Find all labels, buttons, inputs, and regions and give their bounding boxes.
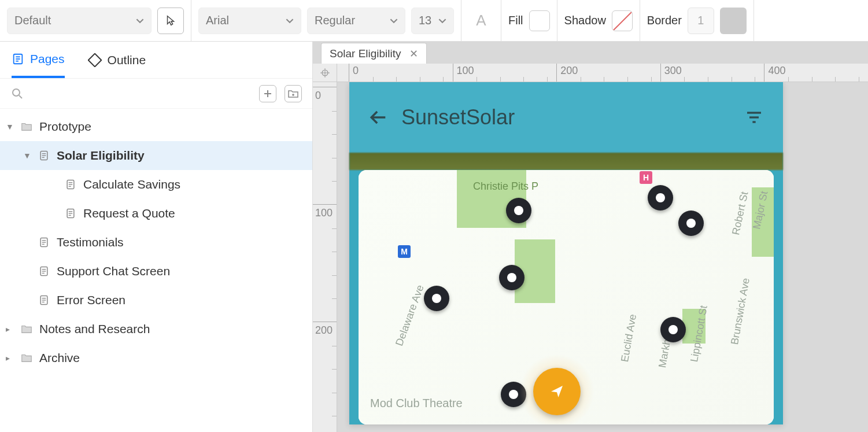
map-pin[interactable] bbox=[678, 211, 704, 236]
chevron-down-icon bbox=[390, 17, 398, 25]
svg-point-5 bbox=[13, 89, 20, 96]
page-icon bbox=[37, 235, 51, 249]
text-color-button[interactable]: A bbox=[468, 8, 494, 34]
ruler-vertical[interactable]: 0100200 bbox=[313, 82, 337, 432]
shadow-label: Shadow bbox=[564, 14, 606, 27]
main-area: Pages Outline ▼Prototype▼Solar Eligibili… bbox=[0, 42, 868, 432]
ruler-tick-label: 100 bbox=[315, 207, 333, 219]
crosshair-icon bbox=[320, 68, 330, 77]
document-tab-strip: Solar Eligibility ✕ bbox=[313, 42, 868, 64]
page-icon bbox=[64, 178, 77, 191]
tree-item-label: Support Chat Screen bbox=[57, 264, 170, 278]
fill-group: Fill bbox=[501, 0, 557, 41]
typography-group: Arial Regular 13 bbox=[191, 0, 461, 41]
font-family-select[interactable]: Arial bbox=[198, 8, 301, 34]
tree-item-label: Testimonials bbox=[57, 235, 124, 249]
border-group: Border 1 bbox=[640, 0, 754, 41]
add-folder-button[interactable] bbox=[285, 85, 302, 102]
font-size-select[interactable]: 13 bbox=[411, 8, 454, 34]
tree-item-request-quote[interactable]: Request a Quote bbox=[0, 199, 312, 228]
add-page-button[interactable] bbox=[259, 85, 276, 102]
tree-item-notes[interactable]: ▸Notes and Research bbox=[0, 315, 312, 344]
map-pin[interactable] bbox=[648, 185, 673, 211]
tree-toggle-icon[interactable]: ▼ bbox=[23, 151, 31, 160]
map-poi-label: Mod Club Theatre bbox=[370, 397, 463, 410]
top-toolbar: Default Arial Regular 13 A Fill Shadow bbox=[0, 0, 868, 42]
chevron-down-icon bbox=[136, 17, 144, 25]
ruler-tick-label: 300 bbox=[664, 65, 682, 77]
folder-icon bbox=[20, 120, 34, 134]
current-location-button[interactable] bbox=[533, 368, 581, 415]
tree-item-prototype[interactable]: ▼Prototype bbox=[0, 112, 312, 141]
border-color-swatch[interactable] bbox=[720, 8, 747, 34]
filter-icon[interactable] bbox=[745, 108, 763, 127]
map-park-label: Christie Pits P bbox=[473, 180, 538, 193]
fill-swatch[interactable] bbox=[529, 10, 550, 31]
document-tab-label: Solar Eligibility bbox=[330, 47, 401, 60]
artboard-solar-eligibility[interactable]: SunsetSolar Christie Pits P Delaware Ave bbox=[349, 82, 783, 424]
tab-pages-label: Pages bbox=[30, 52, 65, 66]
shadow-swatch-none[interactable] bbox=[612, 10, 633, 31]
tree-item-calculate-savings[interactable]: Calculate Savings bbox=[0, 170, 312, 199]
canvas-viewport[interactable]: SunsetSolar Christie Pits P Delaware Ave bbox=[337, 82, 868, 432]
tree-toggle-icon[interactable]: ▼ bbox=[6, 122, 14, 131]
metro-icon: M bbox=[398, 245, 411, 258]
hero-background-strip bbox=[349, 153, 783, 170]
tree-toggle-icon[interactable]: ▸ bbox=[6, 324, 14, 334]
tree-item-label: Prototype bbox=[39, 120, 91, 134]
tab-outline[interactable]: Outline bbox=[88, 42, 146, 78]
plus-icon bbox=[263, 89, 272, 98]
tree-item-support-chat[interactable]: Support Chat Screen bbox=[0, 257, 312, 286]
panel-tabs: Pages Outline bbox=[0, 42, 312, 79]
chevron-down-icon bbox=[438, 17, 446, 25]
close-tab-icon[interactable]: ✕ bbox=[409, 47, 418, 60]
app-title: SunsetSolar bbox=[401, 105, 515, 130]
tab-pages[interactable]: Pages bbox=[12, 42, 65, 78]
border-label: Border bbox=[647, 14, 682, 27]
tree-item-archive[interactable]: ▸Archive bbox=[0, 344, 312, 372]
left-panel: Pages Outline ▼Prototype▼Solar Eligibili… bbox=[0, 42, 313, 432]
text-color-group: A bbox=[461, 0, 501, 41]
tree-item-testimonials[interactable]: Testimonials bbox=[0, 228, 312, 257]
tree-item-solar-eligibility[interactable]: ▼Solar Eligibility bbox=[0, 141, 312, 170]
map-pin[interactable] bbox=[424, 286, 449, 311]
folder-icon bbox=[20, 351, 34, 365]
chevron-down-icon bbox=[286, 17, 294, 25]
tree-item-error-screen[interactable]: Error Screen bbox=[0, 286, 312, 315]
pages-icon bbox=[12, 53, 24, 65]
map-card[interactable]: Christie Pits P Delaware Ave Euclid Ave … bbox=[359, 170, 774, 424]
page-icon bbox=[37, 149, 51, 163]
outline-icon bbox=[88, 53, 102, 67]
cursor-arrow-icon bbox=[164, 14, 177, 27]
ruler-origin[interactable] bbox=[313, 64, 337, 82]
style-preset-select[interactable]: Default bbox=[7, 8, 152, 34]
ruler-tick-label: 200 bbox=[560, 65, 578, 77]
ruler-tick-label: 400 bbox=[768, 65, 785, 77]
page-icon bbox=[37, 293, 51, 307]
tab-outline-label: Outline bbox=[108, 53, 146, 67]
shadow-group: Shadow bbox=[557, 0, 640, 41]
style-preset-value: Default bbox=[14, 14, 51, 27]
svg-line-6 bbox=[19, 95, 22, 98]
document-tab[interactable]: Solar Eligibility ✕ bbox=[321, 43, 427, 64]
canvas-area: Solar Eligibility ✕ 0100200300400 010020… bbox=[313, 42, 868, 432]
map-pin[interactable] bbox=[499, 265, 525, 290]
cursor-tool-button[interactable] bbox=[157, 8, 184, 34]
map-pin[interactable] bbox=[660, 317, 686, 342]
tree-item-label: Notes and Research bbox=[39, 322, 150, 336]
border-width-input[interactable]: 1 bbox=[688, 8, 714, 34]
font-weight-select[interactable]: Regular bbox=[307, 8, 405, 34]
navigation-arrow-icon bbox=[548, 383, 566, 400]
style-preset-group: Default bbox=[0, 0, 191, 41]
tree-toggle-icon[interactable]: ▸ bbox=[6, 353, 14, 363]
tree-item-label: Solar Eligibility bbox=[57, 149, 145, 163]
ruler-horizontal[interactable]: 0100200300400 bbox=[337, 64, 868, 82]
tree-item-label: Archive bbox=[39, 351, 80, 365]
tree-item-label: Error Screen bbox=[57, 293, 125, 307]
svg-rect-4 bbox=[88, 53, 101, 67]
map-pin[interactable] bbox=[506, 198, 531, 223]
tree-item-label: Request a Quote bbox=[83, 206, 175, 220]
search-icon[interactable] bbox=[10, 87, 24, 101]
back-arrow-icon[interactable] bbox=[369, 108, 389, 127]
tree-item-label: Calculate Savings bbox=[83, 178, 180, 191]
